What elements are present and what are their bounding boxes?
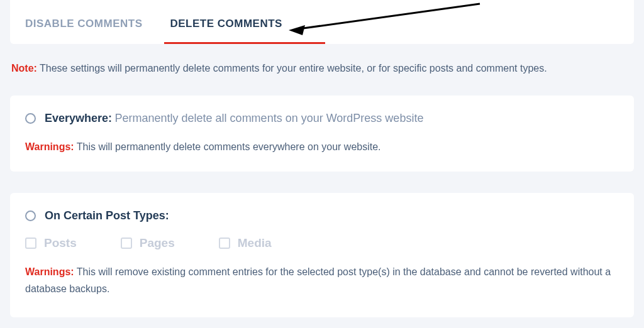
note-line: Note: These settings will permanently de… — [11, 63, 633, 74]
option-posttypes-text: On Certain Post Types: — [45, 209, 169, 222]
checkbox-media-box — [219, 238, 230, 249]
warning-label: Warnings: — [25, 266, 74, 277]
option-everywhere-head[interactable]: Everywhere: Permanently delete all comme… — [25, 112, 619, 125]
checkbox-pages[interactable]: Pages — [121, 236, 175, 250]
checkbox-pages-label: Pages — [140, 236, 175, 250]
option-everywhere-desc: Permanently delete all comments on your … — [115, 112, 424, 124]
option-posttypes-head[interactable]: On Certain Post Types: — [25, 209, 619, 222]
option-posttypes-warning: Warnings: This will remove existing comm… — [25, 264, 619, 297]
checkbox-media-label: Media — [238, 236, 272, 250]
tab-disable-comments[interactable]: DISABLE COMMENTS — [25, 18, 153, 44]
tabs-card: DISABLE COMMENTS DELETE COMMENTS — [10, 0, 634, 44]
checkbox-posts[interactable]: Posts — [25, 236, 77, 250]
note-label: Note: — [11, 63, 37, 74]
warning-label: Warnings: — [25, 141, 74, 152]
tab-active-underline — [164, 42, 325, 44]
warning-text: This will remove existing comment entrie… — [25, 266, 611, 293]
checkbox-posts-box — [25, 238, 36, 249]
note-text: These settings will permanently delete c… — [40, 63, 547, 74]
option-everywhere-text: Everywhere: Permanently delete all comme… — [45, 112, 423, 125]
option-everywhere-title: Everywhere: — [45, 112, 112, 124]
tab-delete-comments: DELETE COMMENTS — [170, 18, 292, 44]
checkbox-media[interactable]: Media — [219, 236, 272, 250]
tab-delete-comments-wrap[interactable]: DELETE COMMENTS — [170, 18, 310, 44]
option-everywhere-card: Everywhere: Permanently delete all comme… — [10, 96, 634, 172]
checkbox-posts-label: Posts — [44, 236, 77, 250]
option-everywhere-warning: Warnings: This will permanently delete c… — [25, 139, 619, 155]
warning-text: This will permanently delete comments ev… — [77, 141, 381, 152]
tabs-row: DISABLE COMMENTS DELETE COMMENTS — [10, 18, 634, 44]
posttypes-row: Posts Pages Media — [25, 236, 619, 250]
radio-posttypes[interactable] — [25, 210, 36, 221]
checkbox-pages-box — [121, 238, 132, 249]
option-posttypes-title: On Certain Post Types: — [45, 209, 169, 222]
option-posttypes-card: On Certain Post Types: Posts Pages Media… — [10, 193, 634, 317]
radio-everywhere[interactable] — [25, 113, 36, 124]
